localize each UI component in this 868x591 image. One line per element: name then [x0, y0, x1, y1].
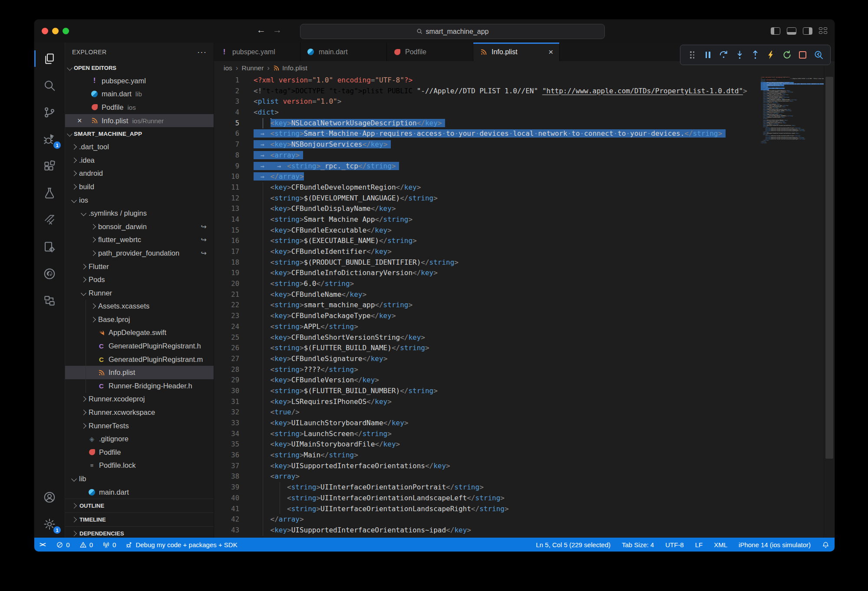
- activity-search[interactable]: [34, 72, 65, 99]
- code-line-30[interactable]: 30<string>$(FLUTTER_BUILD_NUMBER)</strin…: [214, 386, 824, 397]
- status-encoding[interactable]: UTF-8: [665, 541, 684, 548]
- tab-Podfile[interactable]: Podfile: [387, 43, 473, 61]
- scrollbar-thumb[interactable]: [825, 77, 833, 459]
- tab-Info.plist[interactable]: Info.plist×: [473, 43, 560, 61]
- activity-remote-explorer[interactable]: [34, 287, 65, 314]
- code-line-37[interactable]: 37<key>UISupportedInterfaceOrientations<…: [214, 461, 824, 472]
- forward-icon[interactable]: →: [273, 25, 282, 35]
- activity-settings[interactable]: 1: [34, 511, 65, 538]
- activity-flutter[interactable]: [34, 207, 65, 233]
- tree-folder-.dart_tool[interactable]: .dart_tool: [65, 140, 214, 154]
- activity-source-control[interactable]: [34, 99, 65, 126]
- tree-file-Podfile.lock[interactable]: ≡Podfile.lock: [65, 459, 214, 473]
- tree-folder-lib[interactable]: lib: [65, 472, 214, 486]
- status-language-mode[interactable]: XML: [714, 541, 727, 548]
- code-line-42[interactable]: 42</array>: [214, 514, 824, 525]
- code-line-20[interactable]: 20<string>6.0</string>: [214, 279, 824, 289]
- code-line-25[interactable]: 25<key>CFBundleShortVersionString</key>: [214, 332, 824, 343]
- step-out-button[interactable]: [750, 50, 761, 60]
- code-line-36[interactable]: 36<string>Main</string>: [214, 450, 824, 461]
- tree-folder-bonsoir_darwin[interactable]: bonsoir_darwin↪: [65, 220, 214, 233]
- tree-file-Podfile[interactable]: Podfile: [65, 446, 214, 459]
- tree-folder-ios[interactable]: ios: [65, 194, 214, 207]
- zoom-window-button[interactable]: [63, 28, 69, 34]
- activity-extensions[interactable]: [34, 153, 65, 180]
- tree-file-AppDelegate.swift[interactable]: AppDelegate.swift: [65, 326, 214, 340]
- code-line-35[interactable]: 35<key>UIMainStoryboardFile</key>: [214, 439, 824, 450]
- tree-file-Runner-Bridging-Header.h[interactable]: CRunner-Bridging-Header.h: [65, 379, 214, 393]
- code-line-41[interactable]: 41<string>UIInterfaceOrientationLandscap…: [214, 504, 824, 515]
- code-line-4[interactable]: 4<dict>: [214, 107, 824, 118]
- command-center-search[interactable]: smart_machine_app: [300, 24, 605, 39]
- tree-file-GeneratedPluginRegistrant.m[interactable]: CGeneratedPluginRegistrant.m: [65, 353, 214, 366]
- activity-testing[interactable]: [34, 180, 65, 207]
- open-editor-pubspec.yaml[interactable]: !pubspec.yaml: [65, 74, 214, 88]
- activity-run-and-debug[interactable]: 1: [34, 126, 65, 153]
- breadcrumb-ios[interactable]: ios: [224, 64, 232, 72]
- tree-folder-android[interactable]: android: [65, 167, 214, 181]
- code-line-39[interactable]: 39<string>UIInterfaceOrientationPortrait…: [214, 482, 824, 493]
- status-warnings[interactable]: 0: [79, 541, 93, 548]
- tree-folder-Base.lproj[interactable]: Base.lproj: [65, 313, 214, 326]
- code-line-13[interactable]: 13<key>CFBundleDisplayName</key>: [214, 204, 824, 214]
- code-line-29[interactable]: 29<key>CFBundleVersion</key>: [214, 375, 824, 386]
- tree-folder-flutter_webrtc[interactable]: flutter_webrtc↪: [65, 233, 214, 247]
- code-line-1[interactable]: 1<?xml version="1.0" encoding="UTF-8"?>: [214, 75, 824, 86]
- open-editor-main.dart[interactable]: main.dartlib: [65, 88, 214, 101]
- status-errors[interactable]: 0: [56, 541, 69, 548]
- minimap[interactable]: <?xml version="1.0" encoding="UTF-8"?><!…: [761, 77, 824, 538]
- breadcrumb-Runner[interactable]: Runner: [242, 64, 264, 72]
- toggle-panel-icon[interactable]: [787, 27, 796, 35]
- code-line-34[interactable]: 34<string>LaunchScreen</string>: [214, 429, 824, 440]
- pause-button[interactable]: [703, 50, 713, 60]
- code-line-19[interactable]: 19<key>CFBundleInfoDictionaryVersion</ke…: [214, 268, 824, 279]
- close-icon[interactable]: ×: [77, 116, 82, 125]
- tree-folder-build[interactable]: build: [65, 180, 214, 194]
- tree-folder-Runner.xcodeproj[interactable]: Runner.xcodeproj: [65, 393, 214, 406]
- tree-folder-Pods[interactable]: Pods: [65, 273, 214, 286]
- tree-folder-Flutter[interactable]: Flutter: [65, 260, 214, 273]
- code-line-24[interactable]: 24<string>APPL</string>: [214, 322, 824, 332]
- section-outline[interactable]: OUTLINE: [65, 499, 214, 512]
- tree-folder-path_provider_foundation[interactable]: path_provider_foundation↪: [65, 246, 214, 260]
- close-window-button[interactable]: [42, 28, 48, 34]
- code-line-28[interactable]: 28<string>????</string>: [214, 364, 824, 375]
- status-ports[interactable]: 0: [102, 541, 116, 548]
- code-line-22[interactable]: 22<string>smart_machine_app</string>: [214, 300, 824, 311]
- toggle-secondary-sidebar-icon[interactable]: [803, 27, 812, 35]
- drag-handle-button[interactable]: [687, 50, 697, 60]
- customize-layout-icon[interactable]: [819, 27, 828, 34]
- code-line-10[interactable]: 10→</array>: [214, 171, 824, 182]
- stop-button[interactable]: [798, 50, 808, 60]
- activity-project-manager[interactable]: [34, 233, 65, 260]
- close-icon[interactable]: ×: [548, 47, 553, 57]
- tree-folder-RunnerTests[interactable]: RunnerTests: [65, 419, 214, 433]
- tree-folder-Runner.xcworkspace[interactable]: Runner.xcworkspace: [65, 406, 214, 419]
- tree-folder-.symlinks / plugins[interactable]: .symlinks / plugins: [65, 207, 214, 220]
- code-line-21[interactable]: 21<key>CFBundleName</key>: [214, 289, 824, 300]
- status-indentation[interactable]: Tab Size: 4: [622, 541, 654, 548]
- code-line-43[interactable]: 43<key>UISupportedInterfaceOrientations~…: [214, 525, 824, 536]
- code-line-33[interactable]: 33<key>UILaunchStoryboardName</key>: [214, 418, 824, 429]
- tab-main.dart[interactable]: main.dart: [300, 43, 387, 61]
- code-line-11[interactable]: 11<key>CFBundleDevelopmentRegion</key>: [214, 182, 824, 193]
- activity-accounts[interactable]: [34, 484, 65, 511]
- status-eol[interactable]: LF: [695, 541, 703, 548]
- code-line-5[interactable]: 5<key>NSLocalNetworkUsageDescription</ke…: [214, 118, 824, 129]
- back-icon[interactable]: ←: [257, 25, 266, 35]
- toggle-sidebar-icon[interactable]: [771, 27, 780, 35]
- code-line-40[interactable]: 40<string>UIInterfaceOrientationLandscap…: [214, 493, 824, 504]
- code-line-38[interactable]: 38<array>: [214, 471, 824, 482]
- tree-file-main.dart[interactable]: main.dart: [65, 486, 214, 499]
- code-line-26[interactable]: 26<string>$(FLUTTER_BUILD_NAME)</string>: [214, 343, 824, 354]
- project-root-header[interactable]: SMART_MACHINE_APP: [65, 127, 214, 140]
- section-timeline[interactable]: TIMELINE: [65, 512, 214, 526]
- more-actions-icon[interactable]: ···: [197, 47, 207, 57]
- tree-folder-.idea[interactable]: .idea: [65, 154, 214, 167]
- step-into-button[interactable]: [734, 50, 745, 60]
- breadcrumb-Info.plist[interactable]: Info.plist: [273, 64, 307, 72]
- code-line-3[interactable]: 3<plist version="1.0">: [214, 96, 824, 107]
- code-line-8[interactable]: 8→<array>: [214, 150, 824, 161]
- open-editor-Podfile[interactable]: Podfileios: [65, 101, 214, 114]
- status-debug-launch[interactable]: Debug my code + packages + SDK: [125, 541, 237, 548]
